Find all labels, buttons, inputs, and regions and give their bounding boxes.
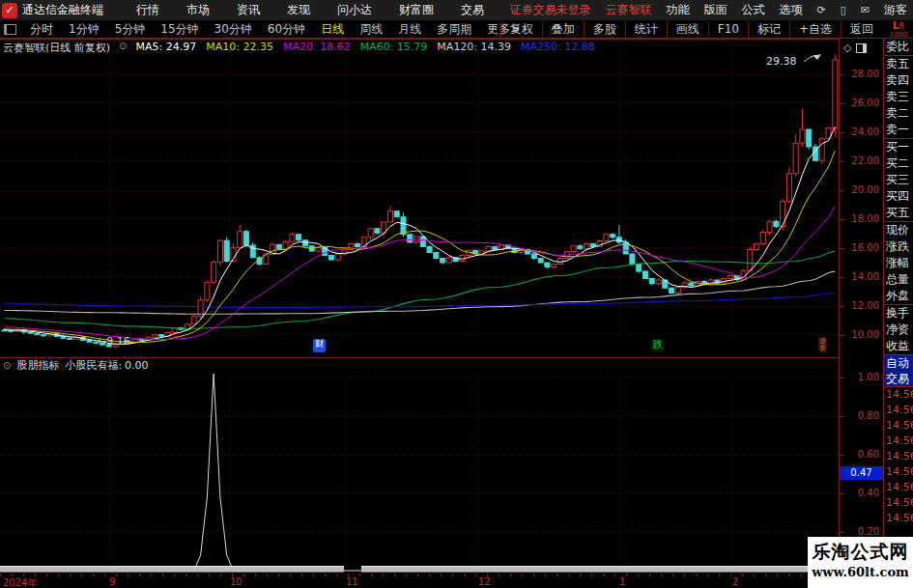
chart-tools: 复权叠加多股统计画线F10标记+自选返回 (500, 20, 882, 38)
menu-item[interactable]: 公式 (742, 2, 765, 18)
stock-shortcut[interactable]: 云赛智联 (606, 2, 652, 18)
window-icon[interactable] (4, 24, 16, 35)
ma-value: MA60: 15.79 (360, 41, 428, 54)
diamond-icon[interactable]: ◇ (843, 42, 851, 54)
mail-icon[interactable]: ✉ (861, 4, 870, 16)
axis-tick (840, 455, 844, 456)
menu-item[interactable]: 版面 (704, 2, 728, 18)
axis-tick (840, 416, 844, 417)
book-icon[interactable] (856, 43, 867, 53)
chart-title: 云赛智联(日线 前复权) (3, 41, 110, 54)
quote-speed-indicator[interactable]: LR 1000 (885, 20, 912, 40)
tool-button[interactable]: 叠加 (542, 21, 584, 38)
quote-row: 涨幅 (884, 255, 913, 271)
price-axis-label: 24.00 (851, 126, 879, 137)
price-axis-label: 20.00 (851, 184, 879, 195)
date-label: 9 (109, 576, 115, 587)
period-tab[interactable]: 15分钟 (153, 21, 206, 38)
ma-value: MA120: 14.39 (437, 41, 511, 54)
menu-item[interactable]: 资讯 (237, 2, 260, 18)
tick-time: 14:56 (884, 480, 913, 495)
tool-button[interactable]: F10 (708, 22, 748, 36)
menu-item[interactable]: 财富圈 (399, 2, 434, 18)
tool-button[interactable]: 复权 (500, 21, 542, 38)
collapse-icon[interactable]: ⊙ (119, 41, 127, 54)
ma-value: MA250: 12.88 (521, 41, 595, 54)
divider (0, 39, 913, 40)
indicator-value: 0.00 (125, 359, 149, 372)
period-tab[interactable]: 1分钟 (61, 21, 107, 38)
period-tab[interactable]: 周线 (352, 21, 390, 38)
tool-button[interactable]: +自选 (789, 21, 841, 38)
tool-button[interactable]: 画线 (667, 21, 708, 38)
tool-button[interactable]: 多股 (584, 21, 625, 38)
indicator-name[interactable]: 股朋指标 (16, 358, 59, 373)
quote-row: 卖四 (884, 72, 913, 89)
watermark-url: www.60lt.com (808, 565, 913, 579)
price-axis-label: 18.00 (851, 213, 879, 224)
indicator-label: 小股民有福: (65, 358, 122, 373)
main-menu: 行情市场资讯发现问小达财富圈交易 (123, 2, 498, 18)
axis-tick (840, 378, 844, 378)
menu-item[interactable]: 行情 (136, 2, 159, 18)
menu-item[interactable]: 市场 (186, 2, 210, 18)
axis-tick (840, 277, 844, 278)
indicator-axis-label: 0.60 (858, 449, 879, 460)
period-tab[interactable]: 30分钟 (207, 21, 260, 38)
event-marker[interactable]: 跌 (651, 339, 664, 352)
menu-bar: ✓ 通达信金融终端 行情市场资讯发现问小达财富圈交易 证券交易未登录 云赛智联 … (0, 0, 913, 20)
period-tab[interactable]: 多周期 (429, 21, 479, 38)
event-marker[interactable]: 财 (313, 339, 326, 352)
period-tab[interactable]: 月线 (390, 21, 429, 38)
indicator-axis-label: 0.80 (858, 410, 879, 421)
login-status[interactable]: 证券交易未登录 (510, 2, 591, 18)
axis-tick (840, 132, 844, 133)
quote-row: 涨跌 (884, 238, 913, 255)
kline-chart[interactable]: 29.38←9.16 (0, 0, 839, 588)
guest-label[interactable]: 游客 (884, 2, 907, 18)
svg-text:←9.16: ←9.16 (98, 335, 130, 348)
ma-value: MA10: 22.35 (206, 41, 273, 54)
axis-tick (840, 219, 844, 220)
quote-row: 买四 (884, 188, 913, 205)
date-label: 12 (478, 576, 491, 587)
collapse-icon[interactable]: ⊙ (3, 360, 11, 371)
indicator-axis-label: 0.40 (858, 488, 879, 498)
mobile-icon[interactable]: ▯ (841, 4, 846, 16)
tool-button[interactable]: 标记 (748, 21, 789, 38)
quote-panel: 委比卖五卖四卖三卖二卖一买一买二买三买四买五现价涨跌涨幅总量外盘换手净资收益自动… (883, 39, 913, 588)
quote-row: 买三 (884, 172, 913, 188)
trade-tab[interactable]: 交易 (884, 371, 913, 386)
tool-button[interactable]: 统计 (625, 21, 667, 38)
axis-tick (840, 306, 844, 307)
quote-row: 收益 (884, 338, 913, 354)
refresh-icon[interactable]: ⟳ (817, 4, 826, 16)
tdx-terminal-window: 29.38←9.16 ✓ 通达信金融终端 行情市场资讯发现问小达财富圈交易 证券… (0, 0, 913, 588)
axis-tick (840, 103, 844, 104)
date-label: 2 (732, 576, 738, 587)
date-tick-row (0, 574, 913, 576)
chart-header: 云赛智联(日线 前复权) ⊙ MA5: 24.97MA10: 22.35MA20… (3, 41, 595, 54)
axis-tick (840, 74, 844, 75)
tick-time: 14:56 (884, 434, 913, 449)
quote-row: 总量 (884, 271, 913, 288)
menu-item[interactable]: 交易 (461, 2, 484, 18)
menu-item[interactable]: 问小达 (337, 2, 372, 18)
period-tab[interactable]: 60分钟 (260, 21, 313, 38)
scrollbar-segment[interactable] (0, 566, 344, 573)
axis-tick (840, 335, 844, 336)
axis-tick (840, 190, 844, 191)
menu-item[interactable]: 发现 (287, 2, 310, 18)
price-axis-label: 12.00 (851, 300, 879, 311)
trade-tab[interactable]: 自动 (884, 355, 913, 371)
menu-item[interactable]: 功能 (667, 2, 690, 18)
period-tab[interactable]: 日线 (313, 21, 352, 38)
period-tab[interactable]: 分时 (22, 21, 61, 38)
tool-button[interactable]: 返回 (841, 21, 882, 38)
event-marker[interactable]: 游资 (818, 337, 827, 352)
date-label: 1 (619, 576, 625, 587)
period-tab[interactable]: 5分钟 (107, 21, 154, 38)
quote-row: 外盘 (884, 288, 913, 304)
menu-item[interactable]: 选项 (780, 2, 803, 18)
ma-value: MA5: 24.97 (135, 41, 196, 54)
